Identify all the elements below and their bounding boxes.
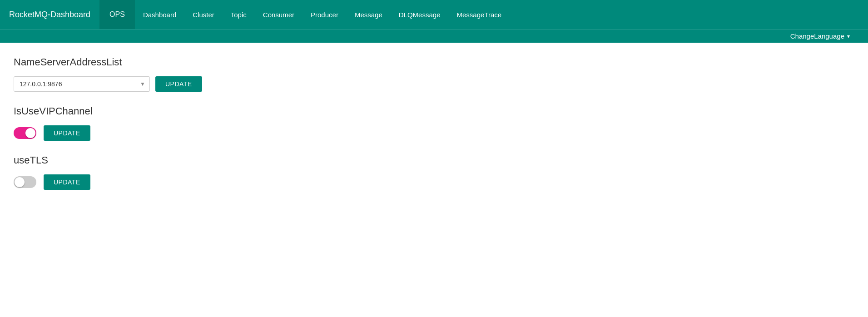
nav-link-dashboard[interactable]: Dashboard xyxy=(135,0,184,29)
vip-channel-update-button[interactable]: UPDATE xyxy=(44,125,90,141)
app-brand: RocketMQ-Dashboard xyxy=(0,10,99,20)
nameserver-title: NameServerAddressList xyxy=(14,56,854,68)
nameserver-select-wrapper: 127.0.0.1:9876 ▼ xyxy=(14,76,150,92)
vip-channel-toggle-slider xyxy=(14,127,36,139)
nav-link-cluster[interactable]: Cluster xyxy=(184,0,223,29)
vip-channel-toggle[interactable] xyxy=(14,127,36,139)
ops-content: NameServerAddressList 127.0.0.1:9876 ▼ U… xyxy=(0,43,868,217)
tls-toggle-slider xyxy=(14,176,36,188)
nav-link-topic[interactable]: Topic xyxy=(223,0,255,29)
change-language-menu[interactable]: ChangeLanguage ▾ xyxy=(790,32,859,40)
chevron-down-icon: ▾ xyxy=(847,33,850,40)
nameserver-select[interactable]: 127.0.0.1:9876 xyxy=(14,76,150,92)
vip-channel-title: IsUseVIPChannel xyxy=(14,105,854,117)
nav-links: Dashboard Cluster Topic Consumer Produce… xyxy=(135,0,868,29)
tls-title: useTLS xyxy=(14,154,854,166)
vip-channel-row: UPDATE xyxy=(14,125,854,141)
vip-channel-section: IsUseVIPChannel UPDATE xyxy=(14,105,854,141)
ops-nav-item[interactable]: OPS xyxy=(99,0,135,29)
tls-section: useTLS UPDATE xyxy=(14,154,854,190)
change-language-label: ChangeLanguage xyxy=(790,32,844,40)
nameserver-section: NameServerAddressList 127.0.0.1:9876 ▼ U… xyxy=(14,56,854,92)
nav-link-message[interactable]: Message xyxy=(347,0,391,29)
nameserver-row: 127.0.0.1:9876 ▼ UPDATE xyxy=(14,76,854,92)
tls-update-button[interactable]: UPDATE xyxy=(44,174,90,190)
tls-row: UPDATE xyxy=(14,174,854,190)
nameserver-update-button[interactable]: UPDATE xyxy=(155,76,202,92)
nav-link-messagetrace[interactable]: MessageTrace xyxy=(448,0,510,29)
nav-link-dlqmessage[interactable]: DLQMessage xyxy=(391,0,449,29)
tls-toggle[interactable] xyxy=(14,176,36,188)
nav-link-producer[interactable]: Producer xyxy=(303,0,347,29)
nav-link-consumer[interactable]: Consumer xyxy=(255,0,303,29)
